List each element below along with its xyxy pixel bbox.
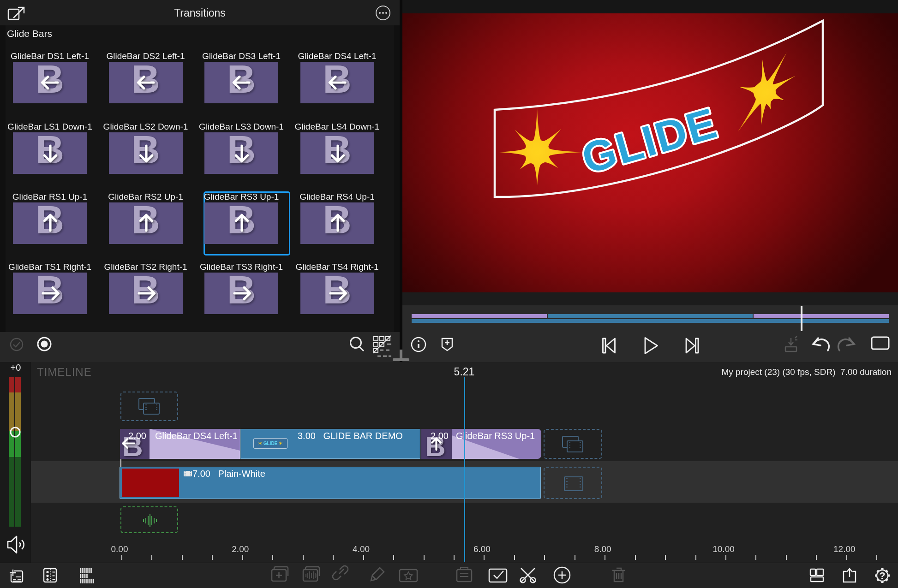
svg-text:GLIDE: GLIDE (577, 99, 723, 183)
svg-text:?: ? (879, 570, 885, 582)
